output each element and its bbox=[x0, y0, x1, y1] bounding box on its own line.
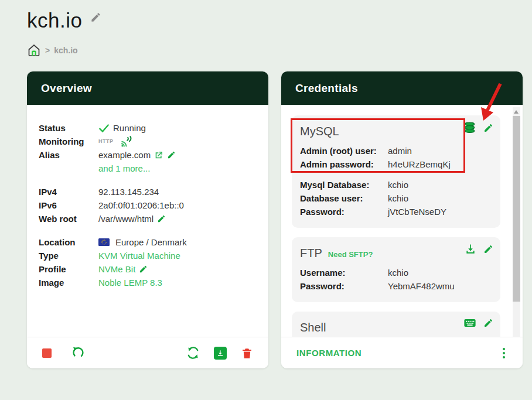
overview-body: Status Running Monitoring HTTP bbox=[27, 105, 268, 289]
trash-icon[interactable] bbox=[241, 347, 253, 360]
backup-download-icon[interactable] bbox=[214, 347, 227, 360]
credentials-card: Credentials bbox=[281, 71, 523, 368]
credentials-footer: INFORMATION bbox=[281, 337, 523, 368]
ipv4-label: IPv4 bbox=[39, 185, 98, 199]
restart-icon[interactable] bbox=[71, 346, 85, 360]
credentials-card-header: Credentials bbox=[281, 71, 523, 105]
type-row: Type KVM Virtual Machine bbox=[39, 249, 257, 262]
credentials-card-title: Credentials bbox=[295, 82, 358, 95]
shell-section-title: Shell bbox=[300, 321, 326, 334]
ftp-block: FTP Need SFTP? Username: kchio Password:… bbox=[292, 237, 500, 302]
keyboard-icon[interactable] bbox=[463, 317, 476, 329]
type-label: Type bbox=[39, 249, 98, 262]
scrollbar-thumb[interactable] bbox=[513, 116, 520, 302]
ipv4-row: IPv4 92.113.145.234 bbox=[39, 185, 257, 199]
breadcrumb: > kch.io bbox=[27, 43, 532, 57]
profile-row: Profile NVMe Bit bbox=[39, 262, 257, 276]
alias-value: example.com bbox=[98, 148, 151, 162]
status-value: Running bbox=[113, 121, 146, 135]
ftp-password-row: Password: YebmAF482wmu bbox=[300, 279, 492, 293]
credentials-scrollbar[interactable] bbox=[513, 107, 520, 337]
image-row: Image Noble LEMP 8.3 bbox=[39, 276, 257, 289]
alias-row: Alias example.com bbox=[39, 148, 257, 162]
image-label: Image bbox=[39, 276, 98, 289]
ipv4-value: 92.113.145.234 bbox=[98, 185, 159, 199]
overview-card-header: Overview bbox=[27, 71, 268, 105]
monitoring-row: Monitoring HTTP bbox=[39, 135, 257, 148]
ipv6-value: 2a0f:0f01:0206:1eb::0 bbox=[98, 199, 184, 212]
overview-card: Overview Status Running Monitoring HTT bbox=[27, 71, 268, 368]
location-label: Location bbox=[39, 235, 98, 249]
alias-more-link[interactable]: and 1 more... bbox=[98, 162, 257, 175]
page: kch.io > kch.io Overview Status bbox=[0, 0, 532, 368]
status-label: Status bbox=[39, 121, 98, 135]
ipv6-row: IPv6 2a0f:0f01:0206:1eb::0 bbox=[39, 199, 257, 212]
shell-block: Shell Sudo user: admin bbox=[292, 312, 500, 337]
ipv6-label: IPv6 bbox=[39, 199, 98, 212]
edit-ftp-pencil-icon[interactable] bbox=[483, 244, 493, 254]
home-icon[interactable] bbox=[27, 43, 41, 57]
page-title: kch.io bbox=[27, 8, 82, 33]
mysql-admin-user-row: Admin (root) user: admin bbox=[300, 144, 492, 158]
image-value[interactable]: Noble LEMP 8.3 bbox=[98, 276, 162, 289]
ftp-section-title: FTP bbox=[300, 247, 322, 260]
stop-icon[interactable] bbox=[42, 348, 52, 358]
http-protocol-label: HTTP bbox=[98, 135, 114, 148]
profile-label: Profile bbox=[39, 262, 98, 276]
alias-label: Alias bbox=[39, 148, 98, 162]
overview-card-title: Overview bbox=[41, 82, 92, 95]
mysql-admin-password-row: Admin password: h4eURzBemqKj bbox=[300, 158, 492, 171]
edit-title-pencil-icon[interactable] bbox=[90, 12, 101, 25]
signal-icon[interactable] bbox=[120, 135, 132, 148]
breadcrumb-separator: > bbox=[45, 46, 50, 55]
scrollbar-up-arrow-icon[interactable] bbox=[514, 110, 519, 114]
overview-footer bbox=[27, 337, 268, 368]
profile-value[interactable]: NVMe Bit bbox=[98, 262, 135, 276]
webroot-row: Web root /var/www/html bbox=[39, 212, 257, 225]
external-link-icon[interactable] bbox=[154, 151, 163, 160]
download-icon[interactable] bbox=[465, 243, 476, 255]
edit-mysql-pencil-icon[interactable] bbox=[483, 123, 493, 133]
cards-row: Overview Status Running Monitoring HTT bbox=[27, 71, 532, 368]
monitoring-label: Monitoring bbox=[39, 135, 98, 148]
edit-alias-pencil-icon[interactable] bbox=[167, 151, 176, 159]
breadcrumb-current[interactable]: kch.io bbox=[54, 46, 77, 55]
type-value[interactable]: KVM Virtual Machine bbox=[98, 249, 180, 262]
mysql-block: MySQL Admin (root) user: admin Admin pas… bbox=[292, 115, 500, 228]
need-sftp-link[interactable]: Need SFTP? bbox=[328, 250, 373, 259]
title-row: kch.io bbox=[27, 8, 532, 33]
eu-flag-icon bbox=[98, 238, 110, 246]
location-row: Location Europe / Denmark bbox=[39, 235, 257, 249]
webroot-label: Web root bbox=[39, 212, 98, 225]
credentials-scroll-area[interactable]: MySQL Admin (root) user: admin Admin pas… bbox=[281, 105, 510, 337]
check-icon bbox=[98, 124, 110, 133]
edit-profile-pencil-icon[interactable] bbox=[139, 265, 148, 273]
webroot-value: /var/www/html bbox=[98, 212, 154, 225]
location-value: Europe / Denmark bbox=[115, 235, 187, 249]
mysql-section-title: MySQL bbox=[300, 125, 339, 138]
edit-webroot-pencil-icon[interactable] bbox=[157, 214, 166, 223]
kebab-menu-icon[interactable] bbox=[500, 346, 507, 361]
sync-icon[interactable] bbox=[186, 346, 200, 360]
information-link[interactable]: INFORMATION bbox=[296, 348, 362, 358]
edit-shell-pencil-icon[interactable] bbox=[483, 318, 493, 328]
mysql-database-row: Mysql Database: kchio bbox=[300, 178, 492, 192]
ftp-username-row: Username: kchio bbox=[300, 266, 492, 279]
mysql-db-user-row: Database user: kchio bbox=[300, 192, 492, 205]
mysql-db-password-row: Password: jVtCbTeNseDY bbox=[300, 205, 492, 218]
database-icon[interactable] bbox=[463, 121, 476, 135]
status-row: Status Running bbox=[39, 121, 257, 135]
